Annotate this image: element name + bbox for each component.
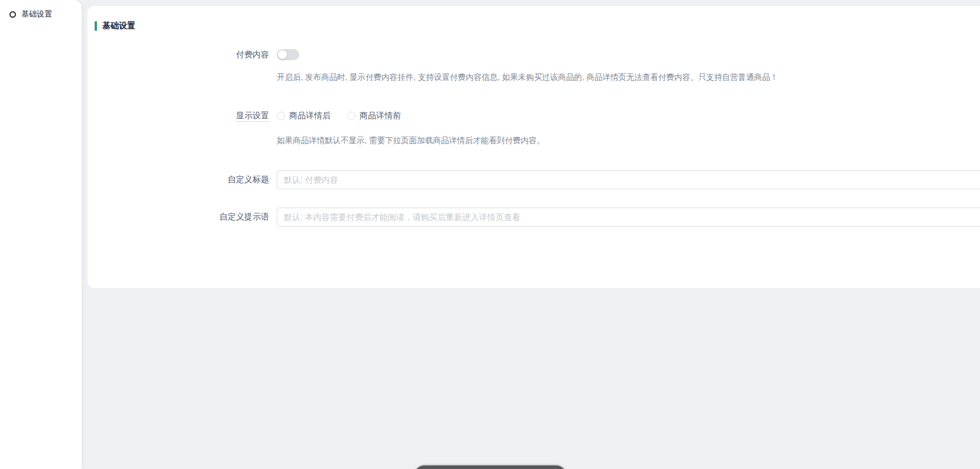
paid-content-help-text: 开启后, 发布商品时, 显示付费内容挂件, 支持设置付费内容信息, 如果未购买过… <box>277 72 968 83</box>
radio-circle-icon <box>347 112 355 120</box>
sidebar-item-basic-settings[interactable]: 基础设置 <box>0 0 82 28</box>
paid-content-label: 付费内容 <box>88 50 269 60</box>
toggle-knob <box>278 50 287 59</box>
circle-icon <box>9 11 16 18</box>
sidebar-item-label: 基础设置 <box>21 9 52 20</box>
custom-title-row: 自定义标题 <box>88 170 980 189</box>
sidebar: 基础设置 <box>0 0 82 469</box>
radio-circle-icon <box>277 112 285 120</box>
paid-content-toggle[interactable] <box>277 49 299 60</box>
custom-prompt-input[interactable] <box>277 208 980 227</box>
display-setting-row: 显示设置 商品详情后 商品详情前 <box>88 111 980 121</box>
custom-prompt-label: 自定义提示语 <box>88 212 269 222</box>
display-setting-label: 显示设置 <box>88 111 269 121</box>
custom-title-label: 自定义标题 <box>88 174 269 185</box>
display-setting-help-text: 如果商品详情默认不显示, 需要下拉页面加载商品详情后才能看到付费内容。 <box>277 135 968 146</box>
bottom-floating-button[interactable] <box>414 465 567 469</box>
display-setting-radio-group: 商品详情后 商品详情前 <box>277 111 401 121</box>
custom-prompt-row: 自定义提示语 <box>88 208 980 227</box>
custom-title-input[interactable] <box>277 170 980 189</box>
title-accent-bar-icon <box>95 21 97 31</box>
settings-panel: 基础设置 付费内容 开启后, 发布商品时, 显示付费内容挂件, 支持设置付费内容… <box>88 6 980 288</box>
page-title: 基础设置 <box>102 21 135 31</box>
radio-after-product-detail[interactable]: 商品详情后 <box>277 111 331 121</box>
panel-title: 基础设置 <box>95 21 135 31</box>
paid-content-row: 付费内容 <box>88 49 980 60</box>
radio-before-product-detail[interactable]: 商品详情前 <box>347 111 401 121</box>
